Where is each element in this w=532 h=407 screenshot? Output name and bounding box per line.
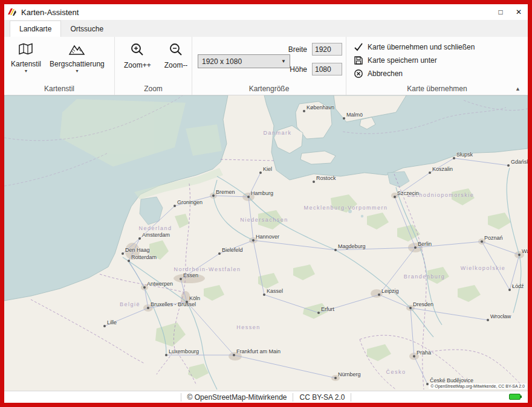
city-dot xyxy=(508,289,511,291)
city-dot xyxy=(165,354,167,356)
mountains-icon xyxy=(68,42,85,57)
city-label: Bruxelles - Brussel xyxy=(151,301,196,307)
city-label: Szczecin xyxy=(397,190,419,196)
city-label: Leipzig xyxy=(381,288,399,294)
region-label: Česko xyxy=(386,369,406,375)
hoehe-label: Höhe xyxy=(290,65,307,74)
check-icon xyxy=(354,42,363,52)
city-dot xyxy=(147,307,149,309)
app-logo-icon xyxy=(7,7,17,17)
region-label: België xyxy=(120,301,140,307)
city-dot xyxy=(138,237,141,240)
city-label: Wrocław xyxy=(490,313,511,319)
city-label: Bremen xyxy=(216,189,235,195)
hoehe-row: Höhe xyxy=(290,63,342,75)
city-dot xyxy=(378,293,380,296)
window-title: Karten-Assistent xyxy=(21,8,491,17)
apply-and-close-button[interactable]: Karte übernehmen und schließen xyxy=(354,42,528,52)
city-dot xyxy=(453,157,455,159)
city-label: Lille xyxy=(107,319,117,325)
tab-landkarte[interactable]: Landkarte xyxy=(10,21,61,37)
bergschattierung-label: Bergschattierung xyxy=(50,60,105,68)
window: Karten-Assistent □ ✕ Landkarte Ortssuche… xyxy=(0,0,532,407)
group-caption-zoom: Zoom xyxy=(115,85,192,93)
save-as-label: Karte speichern unter xyxy=(368,56,437,65)
city-dot xyxy=(103,325,106,327)
tab-ortssuche[interactable]: Ortssuche xyxy=(61,21,112,37)
title-bar[interactable]: Karten-Assistent □ ✕ xyxy=(4,4,528,20)
tab-strip: Landkarte Ortssuche xyxy=(4,20,528,37)
city-dot xyxy=(334,249,337,251)
ribbon: Kartenstil ▼ Bergschattierung ▼ Kartenst… xyxy=(4,37,528,95)
region-label: Mecklenburg-Vorpommern xyxy=(303,205,388,211)
city-label: Kiel xyxy=(263,166,272,172)
city-label: Poznań xyxy=(484,235,503,241)
city-label: Nürnberg xyxy=(338,371,361,377)
city-dot xyxy=(186,301,188,303)
map-viewport[interactable]: DanmarkNederlandBelgiëNiedersachsenMeckl… xyxy=(4,95,528,391)
city-dot xyxy=(252,239,255,242)
city-dot xyxy=(487,319,489,321)
region-label: Brandenburg xyxy=(404,274,446,280)
cancel-circle-icon xyxy=(354,69,363,79)
city-dot xyxy=(259,171,262,174)
city-label: Groningen xyxy=(177,199,203,205)
statusbar-divider xyxy=(351,393,351,402)
statusbar-attribution: © OpenStreetMap-Mitwirkende xyxy=(187,393,287,402)
city-dot xyxy=(334,377,337,379)
save-icon xyxy=(354,56,363,65)
city-label: Erfurt xyxy=(321,306,334,312)
city-label: Bielefeld xyxy=(222,247,243,253)
save-as-button[interactable]: Karte speichern unter xyxy=(354,56,528,65)
city-label: Magdeburg xyxy=(338,243,366,249)
ribbon-collapse-button[interactable]: ▲ xyxy=(515,86,521,92)
chevron-down-icon: ▼ xyxy=(24,69,28,73)
city-dot xyxy=(429,171,431,174)
city-dot xyxy=(263,293,265,296)
zoom-in-icon xyxy=(129,42,145,58)
city-dot xyxy=(218,252,221,255)
statusbar-divider xyxy=(181,393,181,402)
city-label: København xyxy=(307,104,334,111)
zoom-out-icon xyxy=(168,42,184,58)
city-dot xyxy=(481,240,483,243)
group-caption-kartengroesse: Kartengröße xyxy=(192,85,346,93)
city-dot xyxy=(174,205,176,207)
city-label: Antwerpen xyxy=(147,281,173,287)
city-label: Hannover xyxy=(256,234,279,240)
city-label: Essen xyxy=(183,272,198,278)
status-bar: © OpenStreetMap-Mitwirkende CC BY-SA 2.0 xyxy=(4,391,528,403)
city-dot xyxy=(180,278,182,280)
maximize-button[interactable]: □ xyxy=(491,5,510,19)
group-kartenstil: Kartenstil ▼ Bergschattierung ▼ Kartenst… xyxy=(4,37,115,95)
city-dot xyxy=(233,354,235,356)
city-dot xyxy=(143,286,146,289)
city-dot xyxy=(122,252,124,255)
apply-and-close-label: Karte übernehmen und schließen xyxy=(368,43,475,51)
cancel-label: Abbrechen xyxy=(368,69,403,78)
chevron-down-icon: ▼ xyxy=(281,59,286,64)
size-preset-select[interactable]: 1920 x 1080 ▼ xyxy=(198,54,290,68)
city-label: Rotterdam xyxy=(131,254,157,260)
city-label: Frankfurt am Main xyxy=(236,348,281,354)
region-label: Hessen xyxy=(236,324,261,330)
city-dot xyxy=(394,196,396,198)
statusbar-license: CC BY-SA 2.0 xyxy=(299,393,345,402)
city-label: České Budějovice xyxy=(430,377,473,383)
cancel-button[interactable]: Abbrechen xyxy=(354,69,528,79)
breite-input[interactable] xyxy=(312,43,342,56)
city-dot xyxy=(247,196,250,198)
close-button[interactable]: ✕ xyxy=(510,5,528,19)
size-preset-value: 1920 x 1080 xyxy=(202,57,281,66)
group-caption-kartenstil: Kartenstil xyxy=(4,85,114,93)
group-karte-uebernehmen: Karte übernehmen und schließen Karte spe… xyxy=(346,37,528,95)
city-label: Luxembourg xyxy=(169,348,199,354)
group-kartengroesse: 1920 x 1080 ▼ Breite Höhe Kartengröße xyxy=(192,37,346,95)
chevron-down-icon: ▼ xyxy=(75,69,79,73)
city-label: Warszawa xyxy=(522,248,528,254)
map-canvas[interactable] xyxy=(4,95,528,391)
city-label: Den Haag xyxy=(125,247,150,253)
map-icon xyxy=(18,42,34,57)
city-label: Berlin xyxy=(418,241,432,247)
hoehe-input[interactable] xyxy=(312,63,342,75)
